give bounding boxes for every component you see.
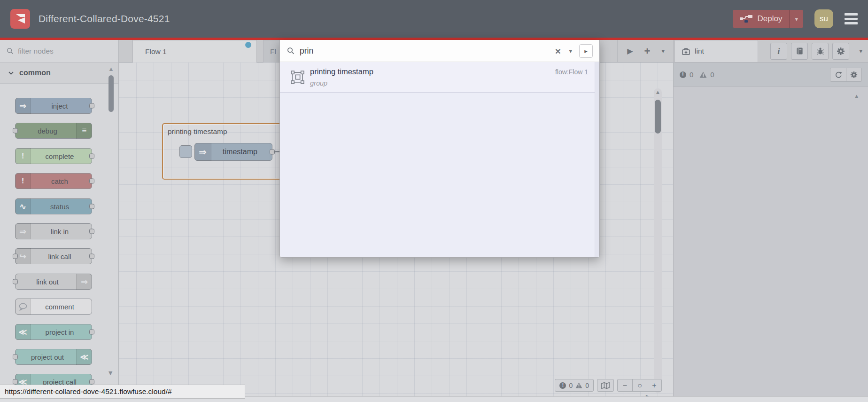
input-port[interactable]: [13, 128, 18, 134]
browser-link-preview: https://different-collared-dove-4521.flo…: [0, 385, 245, 399]
node-group[interactable]: printing timestamp ⇒ timestamp: [162, 123, 282, 180]
results-scrollbar-track[interactable]: [595, 62, 599, 257]
palette-filter-input[interactable]: filter nodes: [0, 40, 118, 63]
lint-error-count: 0: [690, 71, 693, 79]
scroll-up-icon[interactable]: ▲: [654, 88, 662, 96]
search-options-dropdown[interactable]: ▾: [569, 47, 572, 55]
palette-node-label: catch: [32, 173, 87, 189]
tab-label: Fl: [264, 47, 276, 56]
input-port[interactable]: [13, 254, 18, 259]
palette-node-link-in[interactable]: ⇒link in: [15, 223, 92, 239]
palette-node-label: project in: [32, 324, 87, 339]
debug-button[interactable]: [812, 43, 829, 60]
palette-scrollbar[interactable]: ▲: [108, 66, 115, 112]
output-port[interactable]: [89, 103, 94, 109]
palette-category-common[interactable]: common: [0, 63, 118, 84]
canvas-vertical-scrollbar[interactable]: ▲: [654, 88, 662, 393]
zoom-out-button[interactable]: −: [618, 379, 632, 391]
input-port[interactable]: [13, 355, 18, 360]
zoom-reset-button[interactable]: ○: [632, 379, 647, 391]
palette-filter-placeholder: filter nodes: [18, 47, 54, 55]
search-expand-button[interactable]: ▸: [579, 44, 593, 58]
palette-node-debug[interactable]: ≡debug: [15, 123, 92, 139]
palette-node-link-call[interactable]: ↪link call: [15, 248, 92, 264]
search-dialog: prin × ▾ ▸ printing timestampflow:Flow 1…: [279, 40, 600, 258]
scroll-right-icon[interactable]: ▶: [646, 393, 651, 396]
inject-trigger-button[interactable]: [179, 145, 192, 158]
output-port[interactable]: [270, 150, 275, 155]
refresh-button[interactable]: [830, 68, 846, 81]
output-port[interactable]: [89, 179, 94, 184]
palette-node-project-out[interactable]: ≪project out: [15, 349, 92, 365]
comment-icon: [15, 299, 31, 315]
instance-title: Different-Collared-Dove-4521: [39, 13, 170, 24]
output-port[interactable]: [89, 204, 94, 209]
tab-scroll-right-icon[interactable]: ▶: [627, 47, 633, 55]
panel-scroll-up-icon[interactable]: ▲: [853, 93, 860, 100]
palette-node-status[interactable]: ∿status: [15, 198, 92, 214]
link-preview-url: https://different-collared-dove-4521.flo…: [5, 387, 172, 396]
palette-scroll-down-icon[interactable]: ▼: [107, 369, 114, 377]
palette-node-label: link out: [20, 274, 75, 289]
search-result-row[interactable]: printing timestampflow:Flow 1group: [280, 62, 599, 93]
main-menu-button[interactable]: [845, 13, 858, 24]
zoom-in-button[interactable]: +: [647, 379, 661, 391]
result-flow: flow:Flow 1: [555, 68, 588, 76]
output-port[interactable]: [89, 330, 94, 335]
gear-icon: [837, 47, 845, 55]
palette-node-label: comment: [32, 299, 87, 314]
output-port[interactable]: [89, 229, 94, 234]
output-port[interactable]: [89, 154, 94, 159]
palette-category-label: common: [19, 69, 51, 77]
lint-settings-button[interactable]: [846, 68, 861, 81]
tab-label: Flow 1: [133, 47, 167, 56]
flowfuse-logo-icon: [10, 9, 30, 29]
flow-list-dropdown[interactable]: ▾: [661, 47, 665, 55]
sidebar-options-dropdown[interactable]: ▾: [859, 47, 862, 55]
gear-icon: [850, 71, 858, 79]
sidebar-buttons: i: [770, 43, 849, 60]
help-button[interactable]: [791, 43, 808, 60]
minimap-button[interactable]: [597, 379, 614, 392]
sidebar-tab-label: lint: [695, 47, 704, 55]
tab-flow-1[interactable]: Flow 1: [132, 40, 257, 63]
header: Different-Collared-Dove-4521 Deploy ▾ su: [0, 0, 868, 38]
output-port[interactable]: [89, 379, 94, 385]
palette-node-link-out[interactable]: ⇒link out: [15, 274, 92, 290]
lint-warning-count: 0: [710, 71, 714, 79]
tab-controls: ▶ + ▾: [617, 40, 665, 62]
node-label: timestamp: [213, 143, 267, 160]
info-button[interactable]: i: [770, 43, 787, 60]
add-flow-button[interactable]: +: [644, 45, 651, 57]
deploy-options-button[interactable]: ▾: [789, 10, 803, 28]
sidebar-tab-lint[interactable]: lint: [674, 40, 758, 62]
clear-search-icon[interactable]: ×: [555, 46, 561, 56]
input-port[interactable]: [13, 379, 18, 385]
deploy-button[interactable]: Deploy ▾: [733, 10, 803, 28]
input-port[interactable]: [13, 279, 18, 284]
palette-node-inject[interactable]: ⇒inject: [15, 98, 92, 114]
scrollbar-thumb[interactable]: [108, 75, 114, 112]
palette-node-catch[interactable]: !catch: [15, 173, 92, 189]
scroll-up-icon[interactable]: ▲: [108, 66, 115, 72]
lint-panel: ▲: [674, 87, 868, 396]
palette-node-project-in[interactable]: ≪project in: [15, 324, 92, 340]
group-label: printing timestamp: [168, 127, 227, 136]
search-input[interactable]: prin × ▾ ▸: [280, 40, 599, 62]
link-in-icon: ⇒: [15, 223, 31, 239]
palette-node-complete[interactable]: !complete: [15, 148, 92, 164]
search-icon: [7, 47, 14, 55]
user-avatar[interactable]: su: [814, 9, 833, 28]
scrollbar-thumb[interactable]: [655, 100, 661, 134]
deploy-icon: [740, 15, 752, 23]
result-type: group: [310, 79, 327, 87]
hamburger-icon: [845, 13, 858, 16]
avatar-initials: su: [820, 14, 828, 24]
canvas-notifications-button[interactable]: ! 0 0: [555, 379, 594, 392]
sidebar-tabbar: lint i: [674, 40, 868, 63]
inject-icon: ⇒: [194, 143, 211, 161]
inject-node-timestamp[interactable]: ⇒ timestamp: [194, 143, 272, 161]
palette-node-comment[interactable]: comment: [15, 299, 92, 315]
output-port[interactable]: [89, 254, 94, 259]
config-nodes-button[interactable]: [832, 43, 849, 60]
